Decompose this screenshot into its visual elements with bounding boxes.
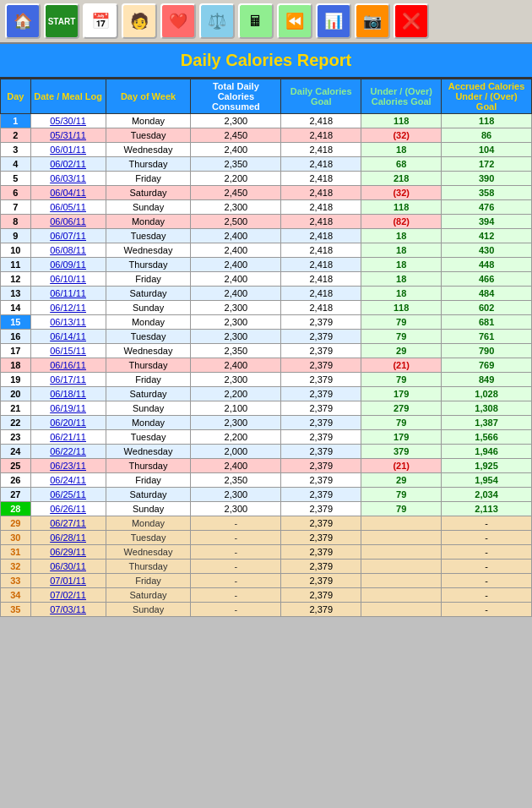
cell-day: 26 (1, 473, 31, 488)
cell-day: 27 (1, 488, 31, 502)
camera-button[interactable]: 📷 (355, 3, 390, 39)
cell-day: 20 (1, 387, 31, 401)
cell-accrued: 1,954 (442, 473, 532, 488)
chart-button[interactable]: 📊 (316, 3, 351, 39)
cell-goal: 2,418 (281, 287, 361, 301)
calculator-button[interactable]: 🖩 (238, 3, 274, 39)
cell-consumed: 2,400 (191, 243, 281, 258)
cell-date[interactable]: 06/03/11 (30, 172, 106, 186)
cell-goal: 2,379 (281, 330, 361, 344)
cell-under-over: 79 (361, 502, 442, 516)
cell-consumed: - (191, 545, 281, 560)
cell-day: 7 (1, 200, 31, 215)
cell-goal: 2,379 (281, 560, 361, 574)
cell-dow: Friday (106, 473, 191, 488)
cell-date[interactable]: 06/09/11 (30, 258, 106, 272)
cell-date[interactable]: 06/11/11 (30, 287, 106, 301)
cell-day: 25 (1, 459, 31, 473)
table-row: 2306/21/11Tuesday2,2002,3791791,566 (1, 430, 532, 445)
table-row: 3307/01/11Friday-2,379- (1, 574, 532, 588)
cell-date[interactable]: 05/30/11 (30, 114, 106, 128)
cell-dow: Wednesday (106, 243, 191, 258)
start-button[interactable]: START (44, 3, 79, 39)
cell-under-over: 18 (361, 272, 442, 287)
cell-accrued: - (442, 531, 532, 545)
cell-accrued: 394 (442, 215, 532, 229)
cell-dow: Friday (106, 172, 191, 186)
table-row: 3006/28/11Tuesday-2,379- (1, 531, 532, 545)
table-row: 1106/09/11Thursday2,4002,41818448 (1, 258, 532, 272)
cell-goal: 2,379 (281, 401, 361, 416)
cell-date[interactable]: 06/23/11 (30, 459, 106, 473)
cell-date[interactable]: 06/01/11 (30, 143, 106, 157)
cell-consumed: 2,300 (191, 488, 281, 502)
cell-dow: Thursday (106, 157, 191, 172)
cell-dow: Tuesday (106, 430, 191, 445)
cell-date[interactable]: 06/19/11 (30, 401, 106, 416)
cell-date[interactable]: 06/07/11 (30, 229, 106, 243)
table-row: 2006/18/11Saturday2,2002,3791791,028 (1, 387, 532, 401)
cell-date[interactable]: 06/16/11 (30, 358, 106, 373)
back-button[interactable]: ⏪ (277, 3, 312, 39)
cell-date[interactable]: 06/15/11 (30, 344, 106, 358)
cell-goal: 2,418 (281, 229, 361, 243)
close-button[interactable]: ❌ (394, 3, 429, 39)
cell-dow: Wednesday (106, 545, 191, 560)
cell-date[interactable]: 06/17/11 (30, 373, 106, 387)
cell-date[interactable]: 06/02/11 (30, 157, 106, 172)
cell-dow: Wednesday (106, 344, 191, 358)
cell-date[interactable]: 06/24/11 (30, 473, 106, 488)
cell-goal: 2,418 (281, 172, 361, 186)
calendar-button[interactable]: 📅 (83, 3, 118, 39)
cell-date[interactable]: 06/12/11 (30, 301, 106, 315)
person-button[interactable]: 🧑 (122, 3, 157, 39)
cell-goal: 2,418 (281, 258, 361, 272)
cell-date[interactable]: 05/31/11 (30, 128, 106, 143)
cell-date[interactable]: 06/26/11 (30, 502, 106, 516)
cell-under-over: 179 (361, 430, 442, 445)
cell-date[interactable]: 06/14/11 (30, 330, 106, 344)
cell-goal: 2,379 (281, 344, 361, 358)
cell-date[interactable]: 06/25/11 (30, 488, 106, 502)
cell-dow: Sunday (106, 301, 191, 315)
cell-day: 6 (1, 186, 31, 200)
cell-accrued: 412 (442, 229, 532, 243)
cell-goal: 2,379 (281, 574, 361, 588)
cell-day: 17 (1, 344, 31, 358)
cell-day: 29 (1, 516, 31, 531)
cell-date[interactable]: 06/20/11 (30, 416, 106, 430)
cell-dow: Monday (106, 416, 191, 430)
heart-button[interactable]: ❤️ (160, 3, 196, 39)
cell-date[interactable]: 06/18/11 (30, 387, 106, 401)
cell-dow: Saturday (106, 287, 191, 301)
cell-consumed: 2,400 (191, 358, 281, 373)
cell-goal: 2,418 (281, 215, 361, 229)
cell-dow: Tuesday (106, 128, 191, 143)
cell-date[interactable]: 06/05/11 (30, 200, 106, 215)
cell-date[interactable]: 06/08/11 (30, 243, 106, 258)
cell-date[interactable]: 06/06/11 (30, 215, 106, 229)
cell-date[interactable]: 06/13/11 (30, 315, 106, 330)
cell-dow: Monday (106, 114, 191, 128)
cell-date[interactable]: 06/21/11 (30, 430, 106, 445)
table-row: 406/02/11Thursday2,3502,41868172 (1, 157, 532, 172)
cell-date[interactable]: 06/22/11 (30, 445, 106, 459)
cell-under-over (361, 516, 442, 531)
cell-dow: Saturday (106, 387, 191, 401)
cell-day: 3 (1, 143, 31, 157)
header-day: Day (1, 79, 31, 114)
cell-dow: Sunday (106, 502, 191, 516)
cell-accrued: 761 (442, 330, 532, 344)
cell-under-over: (82) (361, 215, 442, 229)
cell-consumed: 2,200 (191, 172, 281, 186)
home-button[interactable]: 🏠 (5, 3, 41, 39)
scale-button[interactable]: ⚖️ (199, 3, 235, 39)
cell-day: 19 (1, 373, 31, 387)
cell-day: 10 (1, 243, 31, 258)
cell-goal: 2,379 (281, 588, 361, 603)
cell-date[interactable]: 06/04/11 (30, 186, 106, 200)
cell-accrued: 476 (442, 200, 532, 215)
cell-date[interactable]: 06/10/11 (30, 272, 106, 287)
cell-under-over: 79 (361, 373, 442, 387)
cell-dow: Saturday (106, 186, 191, 200)
